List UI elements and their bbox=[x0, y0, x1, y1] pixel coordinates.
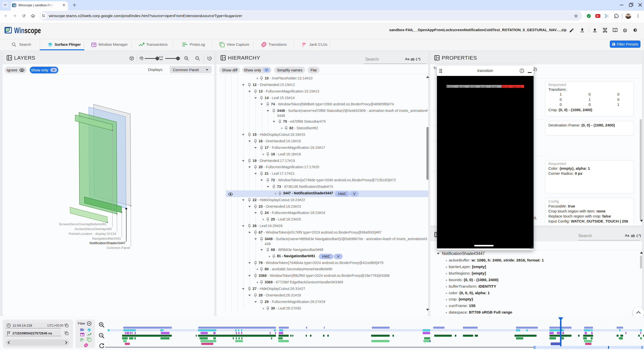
svg-text:PointerLocation - display 0#13: PointerLocation - display 0#134 bbox=[69, 232, 116, 236]
svg-text:NotificationShade#3447: NotificationShade#3447 bbox=[90, 241, 126, 245]
svg-text:ScreenDecorOverlayBottom#61: ScreenDecorOverlayBottom#61 bbox=[59, 222, 107, 226]
svg-text:ScreenDecorOverlay#60: ScreenDecorOverlay#60 bbox=[74, 227, 112, 231]
svg-text:Common Panel: Common Panel bbox=[107, 246, 130, 250]
svg-text:NavigationBar0#81: NavigationBar0#81 bbox=[92, 237, 121, 240]
